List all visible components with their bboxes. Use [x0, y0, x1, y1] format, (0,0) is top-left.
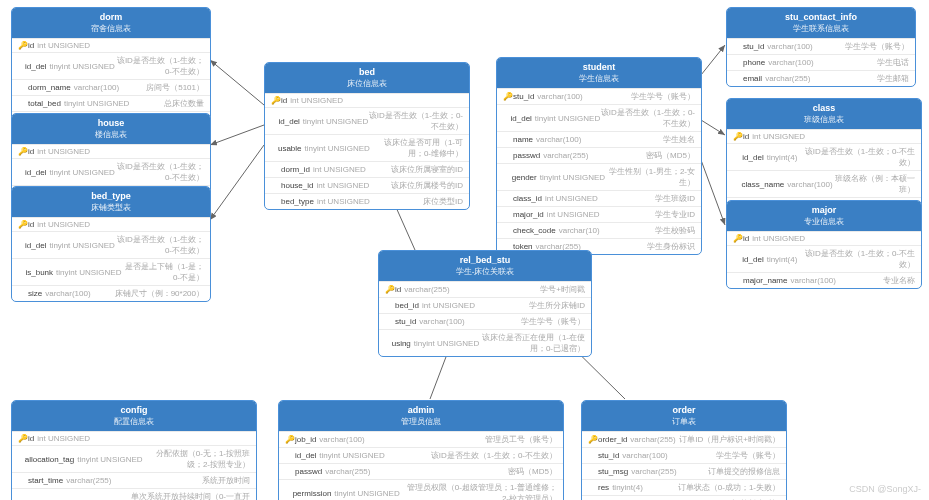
field-type: tinyint UNSIGNED	[414, 339, 479, 348]
field-comment: 该ID是否生效（1-生效；0-不生效）	[797, 248, 915, 270]
field-type: int UNSIGNED	[37, 147, 90, 156]
field-name: id	[743, 234, 749, 243]
key-icon: 🔑	[18, 147, 28, 156]
field-comment: 密码（MD5）	[646, 150, 695, 161]
field-comment: 学生所分床铺ID	[529, 300, 585, 311]
entity-title-en: bed	[271, 67, 463, 77]
field-comment: 班级名称（例：本硕一班）	[833, 173, 915, 195]
field-row: major_idint UNSIGNED学生专业ID	[497, 206, 701, 222]
field-name: name	[513, 135, 533, 144]
entity-config[interactable]: config配置信息表🔑idint UNSIGNEDallocation_tag…	[11, 400, 257, 500]
field-type: varchar(100)	[536, 135, 581, 144]
field-name: res	[598, 483, 609, 492]
field-row: 🔑idint UNSIGNED	[12, 144, 210, 158]
field-name: is_bunk	[25, 268, 53, 277]
field-name: usable	[278, 144, 302, 153]
entity-title-en: admin	[285, 405, 557, 415]
field-comment: 学生专业ID	[655, 209, 695, 220]
field-name: order_id	[598, 435, 627, 444]
entity-title-cn: 管理员信息	[285, 416, 557, 427]
field-row: 🔑idint UNSIGNED	[727, 129, 921, 143]
field-row: id_deltinyint(4)该ID是否生效（1-生效；0-不生效）	[727, 143, 921, 170]
field-type: varchar(100)	[622, 451, 667, 460]
field-type: varchar(100)	[767, 42, 812, 51]
key-icon: 🔑	[18, 220, 28, 229]
field-name: email	[743, 74, 762, 83]
field-row: durationtinyint UNSIGNED单次系统开放持续时间（0-一直开…	[12, 488, 256, 500]
field-row: id_deltinyint UNSIGNED该ID是否生效（1-生效；0-不生效…	[12, 231, 210, 258]
field-name: size	[28, 289, 42, 298]
entity-order[interactable]: order订单表🔑order_idvarchar(255)订单ID（用户标识+时…	[581, 400, 787, 500]
field-name: class_name	[742, 180, 785, 189]
field-type: tinyint UNSIGNED	[319, 451, 384, 460]
field-row: passwdvarchar(255)密码（MD5）	[497, 147, 701, 163]
entity-title-en: stu_contact_info	[733, 12, 909, 22]
field-row: bed_idint UNSIGNED学生所分床铺ID	[379, 297, 591, 313]
entity-title-cn: 宿舍信息表	[18, 23, 204, 34]
field-type: varchar(255)	[543, 151, 588, 160]
entity-header: bed床位信息表	[265, 63, 469, 93]
field-name: dorm_id	[281, 165, 310, 174]
watermark-text: CSDN @SongXJ-	[849, 484, 921, 494]
field-name: total_bed	[28, 99, 61, 108]
field-comment: 该ID是否生效（1-生效；0-不生效）	[368, 110, 463, 132]
field-row: stu_idvarchar(100)学生学号（账号）	[379, 313, 591, 329]
field-comment: 学生校验码	[655, 225, 695, 236]
entity-title-cn: 订单表	[588, 416, 780, 427]
entity-title-en: bed_type	[18, 191, 204, 201]
field-row: allocation_tagtinyint UNSIGNED分配依据（0-无；1…	[12, 445, 256, 472]
entity-class[interactable]: class班级信息表🔑idint UNSIGNEDid_deltinyint(4…	[726, 98, 922, 214]
field-type: tinyint UNSIGNED	[49, 168, 114, 177]
field-comment: 该床位所属寝室的ID	[391, 164, 463, 175]
field-comment: 管理员工号（账号）	[485, 434, 557, 445]
field-row: usabletinyint UNSIGNED该床位是否可用（1-可用；0-维修中…	[265, 134, 469, 161]
entity-stu_contact_info[interactable]: stu_contact_info学生联系信息表stu_idvarchar(100…	[726, 7, 916, 87]
entity-title-en: rel_bed_stu	[385, 255, 585, 265]
field-type: varchar(100)	[768, 58, 813, 67]
field-type: tinyint UNSIGNED	[77, 455, 142, 464]
entity-header: bed_type床铺类型表	[12, 187, 210, 217]
field-comment: 床位类型ID	[423, 196, 463, 207]
field-type: varchar(255)	[66, 476, 111, 485]
field-name: check_code	[513, 226, 556, 235]
field-row: sizevarchar(100)床铺尺寸（例：90*200）	[12, 285, 210, 301]
field-name: id_del	[295, 451, 316, 460]
key-icon: 🔑	[733, 132, 743, 141]
field-name: dorm_name	[28, 83, 71, 92]
field-row: total_bedtinyint UNSIGNED总床位数量	[12, 95, 210, 111]
field-type: tinyint UNSIGNED	[303, 117, 368, 126]
entity-student[interactable]: student学生信息表🔑stu_idvarchar(100)学生学号（账号）i…	[496, 57, 702, 255]
key-icon: 🔑	[18, 41, 28, 50]
field-name: bed_id	[395, 301, 419, 310]
field-name: id	[28, 220, 34, 229]
field-comment: 该ID是否生效（1-生效；0-不生效）	[115, 234, 204, 256]
field-row: major_namevarchar(100)专业名称	[727, 272, 921, 288]
field-comment: 总床位数量	[164, 98, 204, 109]
field-name: id_del	[25, 168, 46, 177]
field-name: id	[395, 285, 401, 294]
entity-bed_type[interactable]: bed_type床铺类型表🔑idint UNSIGNEDid_deltinyin…	[11, 186, 211, 302]
key-icon: 🔑	[503, 92, 513, 101]
field-type: tinyint UNSIGNED	[64, 99, 129, 108]
relation-line	[210, 125, 264, 145]
entity-rel_bed_stu[interactable]: rel_bed_stu学生-床位关联表🔑idvarchar(255)学号+时间戳…	[378, 250, 592, 357]
field-type: int UNSIGNED	[37, 434, 90, 443]
field-type: tinyint(4)	[612, 483, 643, 492]
field-comment: 学生身份标识	[647, 241, 695, 252]
entity-admin[interactable]: admin管理员信息🔑job_idvarchar(100)管理员工号（账号）id…	[278, 400, 564, 500]
field-type: int UNSIGNED	[290, 96, 343, 105]
entity-major[interactable]: major专业信息表🔑idint UNSIGNEDid_deltinyint(4…	[726, 200, 922, 289]
field-name: major_name	[743, 276, 787, 285]
field-type: varchar(100)	[74, 83, 119, 92]
field-row: 🔑idint UNSIGNED	[265, 93, 469, 107]
field-name: permission	[293, 489, 332, 498]
field-name: using	[392, 339, 411, 348]
field-row: 🔑job_idvarchar(100)管理员工号（账号）	[279, 431, 563, 447]
relation-line	[701, 120, 725, 135]
entity-bed[interactable]: bed床位信息表🔑idint UNSIGNEDid_deltinyint UNS…	[264, 62, 470, 210]
entity-title-en: class	[733, 103, 915, 113]
field-type: int UNSIGNED	[37, 41, 90, 50]
field-type: varchar(255)	[404, 285, 449, 294]
field-comment: 学生学号（账号）	[631, 91, 695, 102]
key-icon: 🔑	[271, 96, 281, 105]
